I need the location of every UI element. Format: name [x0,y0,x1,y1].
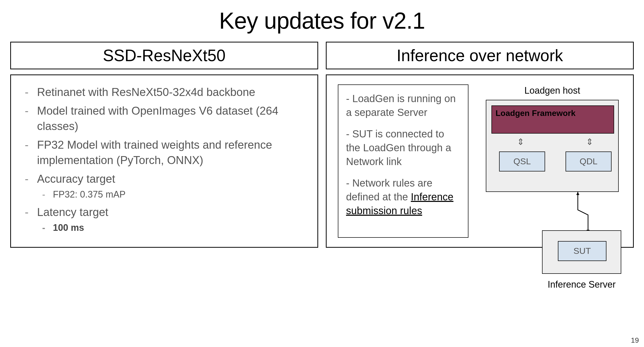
inference-server-label: Inference Server [547,279,616,290]
left-list: Retinanet with ResNeXt50-32x4d backbone … [22,84,306,234]
left-header: SSD-ResNeXt50 [10,42,318,69]
loadgen-host-box: Loadgen Framework ⇕ ⇕ QSL QDL [486,100,619,192]
right-content: - LoadGen is running on a separate Serve… [326,74,634,248]
network-text-box: - LoadGen is running on a separate Serve… [338,84,468,238]
sut-box: SUT [558,241,606,261]
accuracy-value: FP32: 0.375 mAP [37,188,306,201]
accuracy-sublist: FP32: 0.375 mAP [37,188,306,201]
slide: Key updates for v2.1 SSD-ResNeXt50 Retin… [0,0,644,347]
diagram: Loadgen host Loadgen Framework ⇕ ⇕ QSL Q… [476,84,622,238]
net-para1: - LoadGen is running on a separate Serve… [346,92,460,119]
page-number: 19 [631,336,639,344]
right-column: Inference over network - LoadGen is runn… [326,42,634,248]
qsl-box: QSL [499,151,545,171]
right-inner: - LoadGen is running on a separate Serve… [338,84,622,238]
loadgen-framework-box: Loadgen Framework [491,105,614,134]
connector-arrow-icon [568,192,598,233]
list-item: FP32 Model with trained weights and refe… [22,137,306,168]
svg-marker-0 [576,192,579,195]
accuracy-label: Accuracy target [37,172,115,185]
right-header: Inference over network [326,42,634,69]
net-para2: - SUT is connected to the LoadGen throug… [346,127,460,168]
list-item: Retinanet with ResNeXt50-32x4d backbone [22,84,306,100]
latency-label: Latency target [37,206,108,218]
net-para3: - Network rules are defined at the Infer… [346,176,460,218]
inference-server-box: SUT [542,230,621,274]
left-column: SSD-ResNeXt50 Retinanet with ResNeXt50-3… [10,42,318,248]
bidir-arrow-icon: ⇕ [586,136,593,148]
list-item: Model trained with OpenImages V6 dataset… [22,103,306,134]
list-item: Latency target 100 ms [22,204,306,234]
bidir-arrow-icon: ⇕ [517,136,524,148]
latency-value: 100 ms [37,222,306,234]
qdl-box: QDL [566,151,612,171]
latency-sublist: 100 ms [37,222,306,234]
columns: SSD-ResNeXt50 Retinanet with ResNeXt50-3… [10,42,634,248]
loadgen-host-label: Loadgen host [514,84,591,97]
left-content: Retinanet with ResNeXt50-32x4d backbone … [10,74,318,248]
slide-title: Key updates for v2.1 [10,8,634,34]
list-item: Accuracy target FP32: 0.375 mAP [22,171,306,201]
